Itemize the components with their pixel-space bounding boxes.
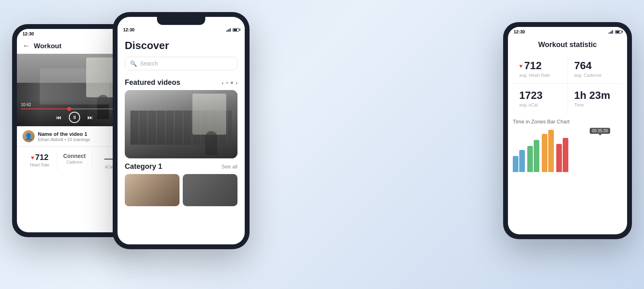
- center-status-bar: 12:30: [118, 25, 245, 34]
- avatar: 👤: [23, 130, 35, 142]
- video-name: Name of the video 1: [38, 131, 90, 137]
- time-cell: 1h 23m Time: [568, 84, 623, 113]
- skip-forward-button[interactable]: ⏭: [87, 114, 93, 121]
- gym-person: [205, 131, 217, 155]
- progress-fill: [21, 109, 69, 109]
- center-battery-icon: [233, 28, 239, 32]
- category-header: Category 1 See all: [125, 162, 237, 171]
- chart-section: Time in Zones Bar Chart 00:35:39: [508, 115, 627, 176]
- progress-bar[interactable]: [21, 109, 128, 109]
- heart-rate-number: 712: [35, 153, 48, 162]
- bar-1: [513, 156, 518, 172]
- category-thumb-1[interactable]: [125, 174, 180, 206]
- cadence-stat: Connect Cadence: [57, 151, 92, 171]
- center-phone: 12:30 Discover 🔍 Search: [113, 12, 250, 249]
- bar-8: [563, 138, 568, 172]
- cadence-value: Connect: [63, 153, 86, 159]
- workout-title: Workout: [34, 42, 62, 50]
- left-time: 12:30: [23, 31, 34, 36]
- nav-dot-1[interactable]: [226, 82, 228, 84]
- search-icon: 🔍: [130, 60, 137, 67]
- bar-7: [556, 144, 562, 172]
- gym-window-light: [192, 94, 226, 135]
- hr-value: 712: [524, 59, 541, 72]
- right-phone: 12:30 Workout statistic ♥: [503, 22, 632, 239]
- stats-grid: ♥ 712 avg. Heart Rate 764 avg. Cadence 1…: [513, 54, 622, 113]
- pause-icon: ⏸: [72, 115, 77, 120]
- hr-number: ♥ 712: [519, 59, 561, 72]
- bar-group-2: [527, 140, 539, 172]
- category-title: Category 1: [125, 162, 162, 171]
- avatar-image: 👤: [25, 133, 33, 140]
- featured-title: Featured videos: [125, 78, 180, 87]
- right-signal-icon: [609, 30, 613, 34]
- hr-heart-icon: ♥: [519, 63, 522, 69]
- video-meta: Name of the video 1 Ethan Abbott • 10 tr…: [38, 131, 90, 142]
- trainings-count: 10 trainings: [67, 137, 90, 142]
- heart-icon: ♥: [31, 154, 34, 161]
- kcal-label: kCal: [105, 165, 113, 169]
- heart-rate-cell: ♥ 712 avg. Heart Rate: [513, 54, 568, 83]
- workout-stat-header: Workout statistic: [508, 36, 627, 52]
- next-arrow[interactable]: ›: [235, 80, 237, 86]
- see-all-button[interactable]: See all: [221, 164, 237, 170]
- cadence-number: 764: [574, 59, 616, 72]
- bar-4: [534, 140, 539, 172]
- bar-group-4: [556, 138, 568, 172]
- chart-title: Time in Zones Bar Chart: [513, 119, 622, 125]
- right-battery-icon: [615, 30, 621, 34]
- video-info-row: 👤 Name of the video 1 Ethan Abbott • 10 …: [23, 130, 126, 142]
- separator: •: [64, 137, 67, 142]
- heart-rate-label: Heart Rate: [30, 163, 49, 167]
- kcal-desc: avg. kCal: [519, 102, 561, 107]
- right-status-bar: 12:30: [508, 27, 627, 36]
- back-button[interactable]: ←: [23, 42, 30, 50]
- kcal-number: 1723: [519, 89, 561, 102]
- right-status-icons: [609, 30, 621, 34]
- heart-rate-value: ♥ 712: [31, 153, 49, 162]
- bar-2: [519, 150, 525, 172]
- featured-section-header: Featured videos ‹ ›: [118, 74, 245, 90]
- featured-image[interactable]: [125, 90, 237, 158]
- carousel-nav: ‹ ›: [222, 80, 237, 86]
- category-section: Category 1 See all: [118, 158, 245, 206]
- bar-group-3: [542, 130, 554, 172]
- bar-group-1: [513, 150, 525, 172]
- progress-dot: [67, 107, 71, 111]
- video-sub: Ethan Abbott • 10 trainings: [38, 137, 90, 142]
- discover-title: Discover: [125, 39, 237, 52]
- playback-controls: ⏮ ⏸ ⏭: [21, 112, 128, 123]
- bar-chart: 00:35:39: [513, 128, 622, 172]
- workout-stat-title: Workout statistic: [514, 41, 621, 49]
- bar-3: [527, 146, 533, 172]
- hr-desc: avg. Heart Rate: [519, 73, 561, 78]
- category-thumb-2[interactable]: [183, 174, 237, 206]
- prev-arrow[interactable]: ‹: [222, 80, 224, 86]
- chart-label: 00:35:39: [590, 128, 610, 134]
- search-placeholder: Search: [140, 60, 158, 67]
- category-thumbnails: [125, 174, 237, 206]
- time-desc: Time: [574, 102, 616, 107]
- bar-5: [542, 134, 547, 172]
- cadence-cell: 764 avg. Cadence: [568, 54, 623, 83]
- cadence-desc: avg. Cadence: [574, 73, 616, 78]
- bar-6: [548, 130, 554, 172]
- current-time: 10:42: [21, 102, 31, 107]
- skip-back-button[interactable]: ⏮: [56, 114, 62, 121]
- time-number: 1h 23m: [574, 89, 616, 102]
- search-bar[interactable]: 🔍 Search: [125, 57, 237, 70]
- pause-button[interactable]: ⏸: [69, 112, 80, 123]
- kcal-cell: 1723 avg. kCal: [513, 84, 568, 113]
- author-name: Ethan Abbott: [38, 137, 63, 142]
- phone-notch: [157, 17, 205, 25]
- cadence-label: Cadence: [66, 160, 83, 164]
- featured-gym-visual: [125, 90, 237, 158]
- center-status-icons: [226, 28, 239, 32]
- time-display: 10:42 22:47: [21, 102, 128, 107]
- right-time: 12:30: [514, 29, 525, 34]
- center-time: 12:30: [123, 27, 134, 32]
- discover-header: Discover 🔍 Search: [118, 34, 245, 74]
- heart-rate-stat: ♥ 712 Heart Rate: [23, 151, 57, 171]
- nav-dot-2[interactable]: [231, 82, 233, 84]
- center-signal-icon: [226, 28, 231, 32]
